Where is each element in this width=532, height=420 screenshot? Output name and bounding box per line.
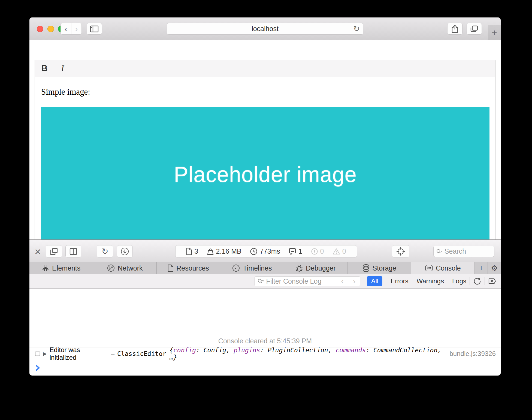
share-button[interactable] [447,23,463,35]
scope-warnings-button[interactable]: Warnings [416,277,444,285]
tab-storage[interactable]: Storage [347,262,411,274]
weight-icon [207,248,214,255]
console-scope-buttons: All Errors Warnings Logs [367,276,466,286]
italic-button[interactable]: I [61,64,64,73]
new-tab-button[interactable]: + [488,25,501,40]
minimize-window-button[interactable] [47,26,54,32]
page-stats-group[interactable]: 3 2.16 MB 773ms [175,245,357,257]
console-empty-space [29,289,501,335]
tab-resources-label: Resources [176,264,209,272]
gear-icon: ⚙ [491,264,498,273]
element-picker-button[interactable] [392,245,409,257]
bold-button[interactable]: B [41,64,47,73]
preview-key: commands [335,347,366,354]
tab-elements-label: Elements [52,264,80,272]
plus-icon: + [492,27,497,38]
log-source-link[interactable]: bundle.js:39326 [450,350,496,358]
clear-console-icon [488,277,496,285]
console-icon [425,264,433,272]
dock-to-window-button[interactable] [46,245,62,257]
tab-console[interactable]: Console [411,262,475,274]
elements-icon [42,265,49,272]
network-icon [107,264,115,272]
log-separator: – [111,350,114,358]
placeholder-image-label: Placeholder image [174,162,357,187]
reload-page-button[interactable]: ↻ [97,245,113,257]
close-window-button[interactable] [37,26,43,32]
stat-errors-value: 0 [320,247,324,255]
devtools-close-button[interactable]: ✕ [34,247,41,257]
database-icon [362,264,370,272]
console-prompt[interactable] [29,360,501,376]
search-input[interactable] [445,247,491,255]
plus-icon: + [479,263,484,273]
rich-text-editor: B I Simple image: Placeholder image [35,60,495,251]
log-type-icon [35,351,40,356]
console-log-row[interactable]: ▶ Editor was initialized – ClassicEditor… [29,347,501,360]
divider [470,277,470,285]
safari-window: ‹ › localhost ↻ [29,17,501,376]
tab-debugger[interactable]: Debugger [284,262,347,274]
garbage-collect-button[interactable] [473,277,481,285]
divider [485,277,485,285]
address-bar[interactable]: localhost ↻ [167,23,363,35]
editor-toolbar: B I [35,60,495,77]
browser-toolbar: ‹ › localhost ↻ [29,17,501,40]
sidebar-icon [90,25,99,32]
preview-value: : Config, [196,347,234,354]
undock-icon [50,248,58,255]
bug-icon [295,264,303,272]
new-inspector-tab-button[interactable]: + [475,262,488,274]
scope-errors-button[interactable]: Errors [391,277,408,285]
resources-icon [168,264,174,272]
stat-messages-value: 1 [298,247,302,255]
stat-load-time: 773ms [250,247,280,255]
sidebar-toggle-button[interactable] [87,23,102,35]
placeholder-image[interactable]: Placeholder image [41,107,489,242]
editor-paragraph[interactable]: Simple image: [41,87,489,97]
devtools-search-field[interactable] [433,246,494,257]
stat-resources-value: 3 [194,247,198,255]
download-web-archive-button[interactable] [117,245,133,257]
tab-timelines-label: Timelines [243,264,272,272]
scope-all-button[interactable]: All [367,276,382,286]
reload-icon: ↻ [101,247,108,256]
share-icon [451,25,459,33]
tab-resources[interactable]: Resources [157,262,220,274]
back-button[interactable]: ‹ [61,23,71,34]
devtools-tab-bar: Elements Network Resources [29,262,501,274]
console-filter-field[interactable]: ‹ › [255,276,360,286]
stat-time-value: 773ms [260,247,280,255]
editor-content[interactable]: Simple image: Placeholder image [35,87,495,242]
address-bar-url: localhost [252,25,279,33]
clock-icon [250,248,258,255]
disclosure-triangle[interactable]: ▶ [43,351,47,357]
inspector-settings-button[interactable]: ⚙ [488,262,501,274]
history-nav-group: ‹ › [61,23,82,35]
reload-icon[interactable]: ↻ [353,24,360,33]
stat-console-messages: 1 [289,247,302,255]
preview-key: plugins [234,347,260,354]
stat-transfer-size: 2.16 MB [207,247,241,255]
tab-network[interactable]: Network [93,262,156,274]
preview-key: config [173,347,196,354]
console-filter-input[interactable] [266,277,336,285]
devtools-toolbar: ✕ ↻ [29,239,501,262]
search-icon [436,248,443,254]
crosshair-icon [396,247,405,256]
preview-value: : PluginCollection, [260,347,335,354]
forward-button[interactable]: › [71,23,82,34]
stat-resources: 3 [186,247,198,255]
find-previous-button[interactable]: ‹ [336,277,348,286]
find-next-button[interactable]: › [348,277,360,286]
console-panel: Console cleared at 5:45:39 PM ▶ Editor w… [29,289,501,376]
tab-storage-label: Storage [373,264,397,272]
tab-elements[interactable]: Elements [29,262,93,274]
scope-logs-button[interactable]: Logs [452,277,466,285]
tab-timelines[interactable]: Timelines [220,262,284,274]
dock-to-side-button[interactable] [65,245,81,257]
clear-console-button[interactable] [488,277,496,285]
tab-overview-button[interactable] [467,23,482,35]
object-preview[interactable]: {config: Config, plugins: PluginCollecti… [170,347,449,361]
timelines-icon [232,264,240,272]
